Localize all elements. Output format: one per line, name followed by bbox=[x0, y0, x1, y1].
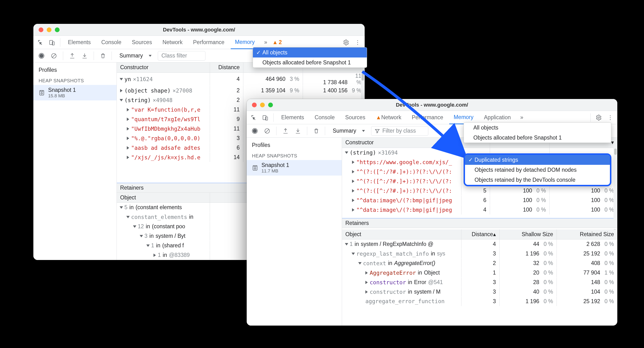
tab-performance[interactable]: Performance bbox=[408, 111, 448, 124]
ret-col-shallow[interactable]: Shallow Size bbox=[499, 229, 556, 239]
table-row[interactable]: "^(?:([^:/?#.]+):)?(?:\/\/(?:51000 %1000… bbox=[342, 186, 617, 195]
minimize-window-button[interactable] bbox=[260, 103, 265, 107]
scrollbar[interactable] bbox=[614, 148, 617, 228]
minimize-window-button[interactable] bbox=[47, 28, 52, 32]
clear-icon[interactable] bbox=[49, 51, 59, 61]
snapshot-item[interactable]: Snapshot 1 11.7 MB bbox=[247, 160, 342, 176]
snapshot-icon bbox=[38, 90, 45, 96]
menu-before-snapshot[interactable]: Objects allocated before Snapshot 1 bbox=[464, 133, 611, 143]
device-toolbar-icon[interactable] bbox=[47, 38, 57, 47]
more-tabs-icon[interactable]: » bbox=[517, 113, 526, 122]
filter-menu-top[interactable]: All objects Objects allocated before Sna… bbox=[464, 122, 611, 143]
table-row[interactable]: aggregate_error_function31 1960 %25 1920… bbox=[342, 297, 617, 306]
svg-point-8 bbox=[41, 92, 43, 94]
snapshot-item[interactable]: Snapshot 1 15.8 MB bbox=[33, 85, 116, 100]
window-title: DevTools - www.google.com/ bbox=[252, 102, 612, 108]
upload-icon[interactable] bbox=[68, 51, 77, 61]
svg-line-6 bbox=[52, 54, 56, 58]
zoom-window-button[interactable] bbox=[268, 103, 273, 107]
tab-network[interactable]: Network bbox=[158, 36, 187, 49]
filter-icon bbox=[375, 128, 380, 134]
svg-point-3 bbox=[40, 54, 43, 58]
tab-elements[interactable]: Elements bbox=[277, 111, 308, 124]
trash-icon[interactable] bbox=[312, 126, 321, 136]
table-row[interactable]: regexp_last_match_info in sys31 1960 %25… bbox=[342, 249, 617, 258]
tab-performance[interactable]: Performance bbox=[189, 36, 229, 49]
tab-network[interactable]: ▲ Network bbox=[372, 111, 406, 124]
profiles-sidebar: Profiles HEAP SNAPSHOTS Snapshot 1 15.8 … bbox=[33, 63, 117, 260]
svg-rect-16 bbox=[253, 166, 257, 170]
summary-select[interactable]: Summary bbox=[329, 126, 369, 136]
tab-sources[interactable]: Sources bbox=[341, 111, 370, 124]
titlebar: DevTools - www.google.com/ bbox=[247, 99, 617, 111]
tab-console[interactable]: Console bbox=[310, 111, 339, 124]
svg-point-12 bbox=[253, 129, 256, 133]
table-row[interactable]: yn ×116244464 9603 %1 738 44811 % bbox=[117, 73, 365, 86]
svg-point-17 bbox=[254, 167, 256, 169]
titlebar: DevTools - www.google.com/ bbox=[33, 24, 365, 36]
zoom-window-button[interactable] bbox=[55, 28, 60, 32]
upload-icon[interactable] bbox=[281, 126, 290, 136]
menu-before-snapshot[interactable]: Objects allocated before Snapshot 1 bbox=[253, 58, 367, 68]
filter-menu-new[interactable]: Duplicated strings Objects retained by d… bbox=[464, 153, 611, 186]
menu-all-objects[interactable]: All objects bbox=[253, 48, 367, 58]
record-icon[interactable] bbox=[250, 126, 260, 136]
svg-line-15 bbox=[265, 129, 269, 133]
trash-icon[interactable] bbox=[98, 51, 108, 61]
menu-detached-dom[interactable]: Objects retained by detached DOM nodes bbox=[465, 165, 610, 175]
close-window-button[interactable] bbox=[38, 28, 44, 32]
col-constructor[interactable]: Constructor bbox=[117, 63, 210, 73]
svg-point-11 bbox=[598, 117, 600, 118]
filter-by-class-input[interactable]: Filter by class bbox=[371, 126, 428, 136]
menu-duplicated-strings[interactable]: Duplicated strings bbox=[465, 155, 610, 165]
snapshot-size: 11.7 MB bbox=[262, 168, 289, 174]
inspect-icon[interactable] bbox=[36, 38, 45, 47]
col-constructor[interactable]: Constructor bbox=[342, 138, 461, 148]
profiles-heading: Profiles bbox=[33, 63, 116, 76]
table-row[interactable]: constructor in system / M3400 %1040 % bbox=[342, 287, 617, 297]
svg-point-2 bbox=[345, 42, 347, 43]
table-row[interactable]: AggregateError in Object1200 %77 9041 % bbox=[342, 268, 617, 278]
filter-menu[interactable]: All objects Objects allocated before Sna… bbox=[253, 47, 367, 68]
gear-icon[interactable] bbox=[594, 113, 604, 122]
table-row[interactable]: 1 in system / RegExpMatchInfo @4440 %2 6… bbox=[342, 239, 617, 249]
snapshot-size: 15.8 MB bbox=[48, 93, 76, 99]
clear-icon[interactable] bbox=[262, 126, 272, 136]
retainers-table: Object Distance▴ Shallow Size Retained S… bbox=[342, 229, 617, 306]
menu-devtools-console[interactable]: Objects retained by the DevTools console bbox=[465, 175, 610, 185]
ret-col-object[interactable]: Object bbox=[117, 193, 210, 203]
ret-col-distance[interactable]: Distance▴ bbox=[461, 229, 499, 239]
gear-icon[interactable] bbox=[341, 38, 351, 47]
devtools-window-2: DevTools - www.google.com/ Elements Cons… bbox=[247, 99, 617, 325]
snapshot-name: Snapshot 1 bbox=[262, 162, 289, 168]
warnings-badge[interactable]: ▲ 2 bbox=[272, 39, 282, 46]
device-toolbar-icon[interactable] bbox=[260, 113, 270, 122]
summary-select[interactable]: Summary bbox=[116, 51, 156, 61]
profiles-heading: Profiles bbox=[247, 138, 342, 151]
ret-col-retained[interactable]: Retained Size bbox=[556, 229, 617, 239]
tab-sources[interactable]: Sources bbox=[128, 36, 156, 49]
menu-all-objects[interactable]: All objects bbox=[464, 123, 611, 133]
class-filter-input[interactable]: Class filter bbox=[158, 51, 206, 61]
table-row[interactable]: "^data:image\/(?:bmp|gif|jpeg41000 %1000… bbox=[342, 205, 617, 214]
tab-console[interactable]: Console bbox=[97, 36, 126, 49]
close-window-button[interactable] bbox=[252, 103, 257, 107]
table-row[interactable]: constructor in Error @5413280 %1480 % bbox=[342, 278, 617, 287]
ret-col-object[interactable]: Object bbox=[342, 229, 461, 239]
download-icon[interactable] bbox=[80, 51, 90, 61]
inspect-icon[interactable] bbox=[249, 113, 258, 122]
table-row[interactable]: context in AggregateError()2320 %4080 % bbox=[342, 258, 617, 268]
kebab-menu-icon[interactable]: ⋮ bbox=[606, 113, 615, 122]
profiles-sidebar: Profiles HEAP SNAPSHOTS Snapshot 1 11.7 … bbox=[247, 138, 342, 325]
heap-snapshots-label: HEAP SNAPSHOTS bbox=[247, 151, 342, 160]
more-tabs-icon[interactable]: » bbox=[261, 38, 270, 47]
col-distance[interactable]: Distance bbox=[210, 63, 243, 73]
kebab-menu-icon[interactable]: ⋮ bbox=[353, 38, 362, 47]
table-row[interactable]: "^data:image\/(?:bmp|gif|jpeg61000 %1000… bbox=[342, 195, 617, 205]
snapshot-icon bbox=[252, 165, 258, 171]
heap-snapshots-label: HEAP SNAPSHOTS bbox=[33, 76, 116, 85]
record-icon[interactable] bbox=[37, 51, 46, 61]
table-row[interactable]: (object shape) ×2700821 359 1049 %1 400 … bbox=[117, 86, 365, 95]
download-icon[interactable] bbox=[293, 126, 303, 136]
tab-elements[interactable]: Elements bbox=[64, 36, 95, 49]
